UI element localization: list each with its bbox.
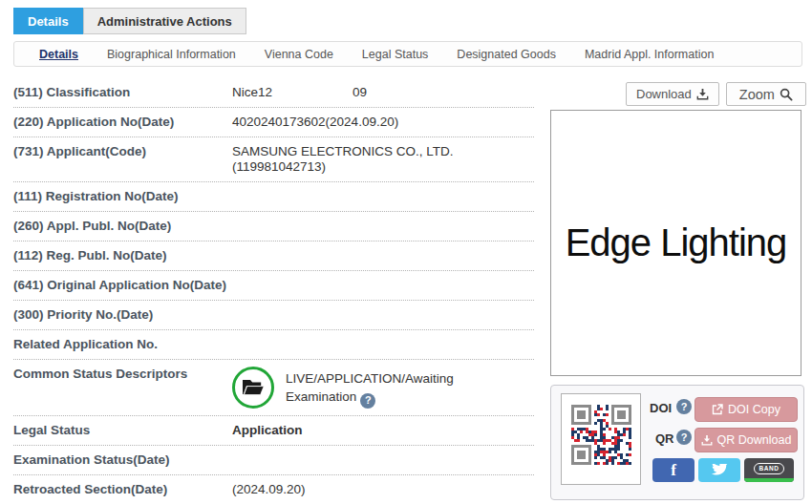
doi-qr-panel: DOI ? DOI Copy QR ? QR Download f [550, 385, 804, 500]
row-label: (300) Priority No.(Date) [13, 307, 232, 323]
twitter-share-button[interactable] [698, 458, 740, 482]
qr-download-label: QR Download [717, 433, 792, 447]
table-row-common-status-descriptors: Common Status Descriptors LIVE/APPLICATI… [13, 360, 534, 416]
kipris-trademark-detail-page: Details Administrative Actions Details B… [0, 0, 812, 504]
top-tab-bar: Details Administrative Actions [13, 8, 246, 34]
facebook-icon: f [671, 461, 676, 480]
row-label: (511) Classification [13, 85, 232, 100]
row-label: (112) Reg. Publ. No(Date) [13, 248, 232, 263]
table-row-legal-status: Legal Status Application [13, 416, 534, 446]
zoom-button[interactable]: Zoom [726, 82, 806, 106]
subnav-legal-status[interactable]: Legal Status [362, 48, 429, 61]
tab-administrative-actions[interactable]: Administrative Actions [83, 8, 246, 34]
row-value: 4020240173602(2024.09.20) [232, 115, 398, 130]
row-label: (731) Applicant(Code) [13, 144, 232, 175]
band-logo: BAND [754, 463, 785, 474]
table-row-retroacted-section: Retroacted Section(Date) (2024.09.20) [13, 475, 534, 504]
band-share-button[interactable]: BAND [744, 458, 794, 482]
table-row-application-no: (220) Application No(Date) 4020240173602… [13, 108, 534, 137]
qr-download-button[interactable]: QR Download [694, 428, 798, 452]
subnav-biographical-information[interactable]: Biographical Information [107, 48, 236, 61]
row-label: (641) Original Application No(Date) [13, 278, 232, 293]
table-row-examination-status: Examination Status(Date) [13, 446, 534, 475]
table-row-classification: (511) Classification Nice1209 [13, 78, 534, 108]
zoom-button-label: Zoom [739, 87, 775, 102]
qr-label: QR [655, 431, 674, 446]
download-icon [696, 88, 709, 100]
row-label: Retroacted Section(Date) [13, 482, 232, 497]
table-row-reg-publ-no: (112) Reg. Publ. No(Date) [13, 242, 534, 271]
image-toolbar: Download Zoom [626, 82, 806, 106]
doi-copy-label: DOI Copy [728, 403, 780, 416]
details-table: (511) Classification Nice1209 (220) Appl… [13, 78, 534, 504]
live-status-folder-icon [232, 367, 274, 409]
trademark-image[interactable]: Edge Lighting [550, 110, 801, 376]
download-icon [701, 434, 713, 446]
row-label: (260) Appl. Publ. No(Date) [13, 219, 232, 234]
subnav-vienna-code[interactable]: Vienna Code [265, 48, 333, 61]
table-row-applicant: (731) Applicant(Code) SAMSUNG ELECTRONIC… [13, 137, 534, 182]
row-label: Legal Status [13, 423, 232, 438]
row-value: Application [232, 423, 303, 438]
facebook-share-button[interactable]: f [652, 458, 694, 482]
table-row-priority-no: (300) Priority No.(Date) [13, 301, 534, 330]
table-row-original-application-no: (641) Original Application No(Date) [13, 271, 534, 301]
row-label: (111) Registration No(Date) [13, 189, 232, 204]
trademark-text: Edge Lighting [566, 221, 787, 264]
table-row-related-application-no: Related Application No. [13, 330, 534, 360]
row-label: Examination Status(Date) [13, 452, 232, 468]
qr-code[interactable] [561, 393, 641, 485]
doi-label: DOI [650, 401, 672, 415]
subnav-madrid-appl-information[interactable]: Madrid Appl. Information [585, 48, 715, 61]
download-button-label: Download [636, 87, 692, 101]
doi-help-icon[interactable]: ? [676, 399, 692, 414]
magnifier-icon [780, 88, 793, 101]
row-label: Related Application No. [13, 337, 232, 352]
row-value: SAMSUNG ELECTRONICS CO., LTD.(1199810427… [232, 144, 534, 175]
subnav-designated-goods[interactable]: Designated Goods [457, 48, 556, 61]
download-button[interactable]: Download [626, 82, 719, 106]
qr-help-icon[interactable]: ? [676, 430, 692, 445]
twitter-bird-icon [712, 464, 728, 477]
row-label: (220) Application No(Date) [13, 115, 232, 130]
classification-class: 09 [353, 85, 367, 100]
status-help-icon[interactable]: ? [360, 393, 375, 409]
band-green-stripe [744, 478, 794, 482]
doi-copy-button[interactable]: DOI Copy [694, 397, 798, 422]
row-label: Common Status Descriptors [13, 367, 232, 409]
table-row-registration-no: (111) Registration No(Date) [13, 182, 534, 212]
section-nav: Details Biographical Information Vienna … [13, 41, 802, 67]
tab-details[interactable]: Details [13, 8, 83, 34]
classification-nice: Nice12 [232, 85, 272, 99]
external-link-icon [712, 404, 723, 415]
table-row-appl-publ-no: (260) Appl. Publ. No(Date) [13, 212, 534, 242]
row-value: (2024.09.20) [232, 482, 306, 497]
subnav-details[interactable]: Details [39, 48, 78, 61]
